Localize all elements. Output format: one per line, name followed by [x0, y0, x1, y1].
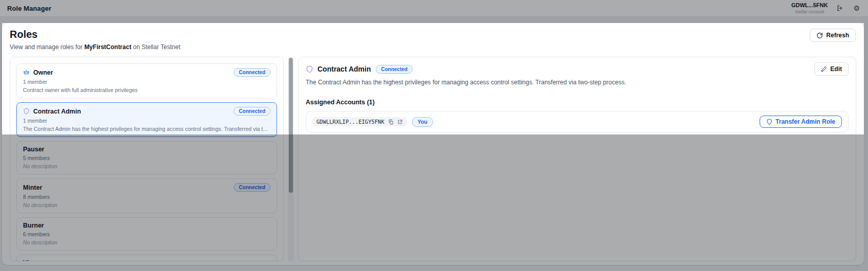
role-name: Owner: [33, 69, 53, 76]
edit-icon: [821, 66, 827, 72]
scrollbar-thumb[interactable]: [289, 58, 293, 193]
role-description: No description: [23, 202, 270, 208]
role-description: No description: [23, 239, 270, 245]
role-connected-badge: Connected: [234, 107, 270, 116]
copy-address-button[interactable]: [388, 119, 394, 125]
assigned-accounts-heading: Assigned Accounts (1): [306, 99, 849, 106]
role-member-count: 1 member: [23, 118, 270, 124]
role-description: The Contract Admin has the highest privi…: [23, 126, 270, 132]
roles-page-header: Roles View and manage roles for MyFirstC…: [2, 23, 864, 51]
roles-body: Owner Connected 1 member Contract owner …: [10, 57, 856, 261]
roles-heading-block: Roles View and manage roles for MyFirstC…: [10, 29, 180, 51]
detail-header: Contract Admin Connected Edit: [306, 62, 849, 76]
role-name: Burner: [23, 222, 44, 229]
refresh-label: Refresh: [826, 32, 849, 39]
copy-icon: [388, 119, 394, 125]
you-badge: You: [412, 117, 433, 127]
subtitle-prefix: View and manage roles for: [10, 43, 83, 51]
detail-connected-badge: Connected: [376, 65, 413, 74]
page-subtitle: View and manage roles for MyFirstContrac…: [10, 43, 180, 51]
role-description: Contract owner with full administrative …: [23, 87, 270, 93]
settings-button[interactable]: ⚙: [852, 4, 861, 13]
wallet-account-menu[interactable]: GDWL...5FNK Stellar Account: [791, 2, 828, 14]
page-title: Roles: [10, 29, 180, 40]
external-link-icon: [397, 119, 403, 125]
roles-page-card: Roles View and manage roles for MyFirstC…: [2, 23, 864, 265]
dim-overlay-right: [864, 23, 868, 134]
shield-icon: [306, 65, 313, 73]
role-list-scrollbar[interactable]: [288, 57, 294, 261]
role-card-viewer[interactable]: Viewer 5 members No description: [16, 255, 277, 261]
logout-icon: [836, 5, 843, 12]
contract-name: MyFirstContract: [84, 43, 131, 51]
detail-role-title: Contract Admin: [317, 65, 371, 73]
role-card-owner[interactable]: Owner Connected 1 member Contract owner …: [16, 63, 277, 98]
role-description: No description: [23, 163, 270, 169]
role-name: Contract Admin: [33, 108, 81, 115]
top-bar-right: GDWL...5FNK Stellar Account ⚙: [791, 2, 861, 14]
role-card-contract-admin[interactable]: Contract Admin Connected 1 member The Co…: [16, 102, 277, 137]
view-on-explorer-button[interactable]: [397, 119, 403, 125]
transfer-label: Transfer Admin Role: [775, 118, 835, 125]
top-bar: Role Manager GDWL...5FNK Stellar Account…: [0, 0, 868, 17]
shield-icon: [23, 108, 30, 115]
wallet-account-type: Stellar Account: [791, 9, 828, 14]
refresh-icon: [816, 32, 823, 39]
detail-role-description: The Contract Admin has the highest privi…: [306, 79, 849, 86]
role-member-count: 1 member: [23, 79, 270, 85]
role-detail-panel: Contract Admin Connected Edit The Contra…: [298, 57, 856, 261]
edit-label: Edit: [830, 65, 842, 73]
edit-role-button[interactable]: Edit: [814, 62, 849, 76]
logout-button[interactable]: [835, 4, 844, 13]
role-manager-screen: Role Manager GDWL...5FNK Stellar Account…: [0, 0, 868, 271]
role-name: Minter: [23, 184, 42, 191]
app-title: Role Manager: [7, 5, 51, 12]
crown-icon: [23, 69, 30, 76]
role-list: Owner Connected 1 member Contract owner …: [10, 57, 284, 261]
role-name: Viewer: [23, 259, 43, 261]
role-card-pauser[interactable]: Pauser 5 members No description: [16, 141, 277, 174]
role-connected-badge: Connected: [234, 183, 270, 192]
subtitle-suffix: on Stellar Testnet: [133, 43, 180, 51]
role-member-count: 5 members: [23, 155, 270, 161]
role-card-minter[interactable]: Minter Connected 8 members No descriptio…: [16, 178, 277, 213]
role-member-count: 8 members: [23, 194, 270, 200]
assigned-account-row: GDWLLRXLIP...EIGY5FNK: [306, 111, 849, 132]
role-name: Pauser: [23, 146, 44, 153]
role-member-count: 6 members: [23, 231, 270, 237]
account-address-chip: GDWLLRXLIP...EIGY5FNK: [312, 117, 407, 126]
role-connected-badge: Connected: [234, 68, 270, 77]
transfer-admin-role-button[interactable]: Transfer Admin Role: [760, 116, 842, 128]
account-address: GDWLLRXLIP...EIGY5FNK: [316, 119, 384, 125]
role-card-burner[interactable]: Burner 6 members No description: [16, 217, 277, 251]
refresh-button[interactable]: Refresh: [810, 29, 856, 42]
gear-icon: ⚙: [853, 5, 860, 12]
wallet-address-short: GDWL...5FNK: [791, 2, 828, 9]
transfer-shield-icon: [766, 119, 772, 125]
